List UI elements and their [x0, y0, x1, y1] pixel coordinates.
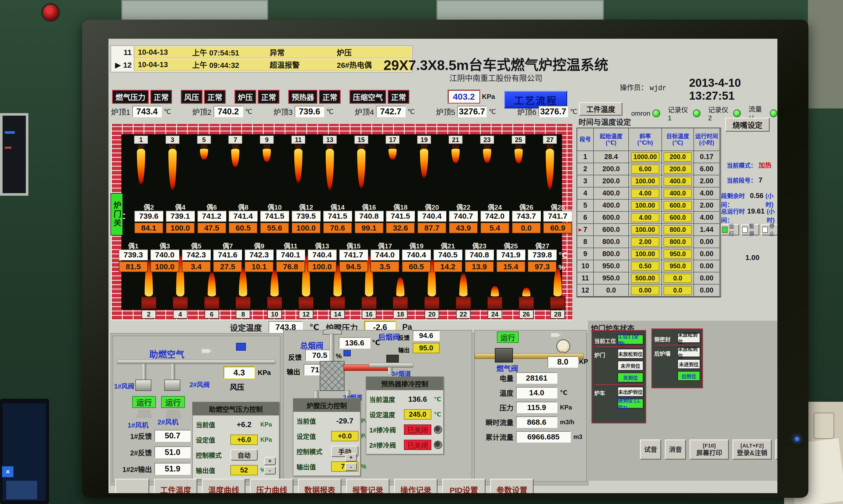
program-table[interactable]: 段号起始温度(℃)斜率(℃/h)目标温度(℃)运行时间(小时)128.41000…: [576, 128, 721, 298]
program-row[interactable]: 5400.0100.00600.02.00: [577, 200, 720, 212]
ramp-value[interactable]: 0.00: [631, 286, 659, 295]
thermocouple-temp: 741.5: [260, 211, 289, 221]
nav-button-partial[interactable]: [115, 479, 149, 493]
status-pill-label: 预热器: [288, 90, 318, 104]
target-temp-value[interactable]: 950.0: [664, 249, 692, 259]
panel-setpoint-value[interactable]: +6.0: [230, 434, 258, 445]
panel-mode-button[interactable]: 自动: [230, 449, 258, 461]
target-temp-value[interactable]: 800.0: [664, 237, 692, 247]
ramp-value[interactable]: 6.00: [631, 164, 659, 174]
ramp-value[interactable]: 4.00: [631, 213, 659, 222]
target-temp-value[interactable]: 0.0: [664, 286, 692, 295]
increment-button[interactable]: +: [345, 453, 357, 462]
target-temp-value[interactable]: 800.0: [664, 225, 692, 234]
page-title: 29X7.3X8.5m台车式燃气炉控温系统: [328, 54, 664, 74]
sys-button[interactable]: [F10]屏幕打印: [689, 439, 729, 460]
ramp-value[interactable]: 2.00: [631, 237, 659, 247]
target-temp-value[interactable]: 600.0: [664, 213, 692, 222]
panel-setpoint-value[interactable]: 245.0: [404, 409, 431, 419]
nav-button[interactable]: 压力曲线: [250, 479, 293, 493]
pause-button[interactable]: 暂停: [741, 224, 759, 235]
nav-button[interactable]: 工件温度: [154, 479, 197, 493]
decrement-button[interactable]: -: [345, 463, 357, 471]
target-temp-value[interactable]: 400.0: [664, 177, 692, 186]
ramp-value[interactable]: 100.00: [631, 201, 659, 210]
burner-number-plate: 25: [512, 135, 526, 144]
total-runtime-label: 总运行时间：: [721, 206, 745, 224]
ramp-value[interactable]: 1000.00: [631, 152, 659, 162]
workpiece-temp-button[interactable]: 工件温度: [579, 102, 623, 116]
program-row[interactable]: 9800.0100.00950.00.00: [577, 248, 720, 260]
stop-button[interactable]: 停止: [761, 224, 777, 235]
ramp-value[interactable]: 0.50: [631, 262, 659, 271]
gas-valve-icon[interactable]: [495, 348, 513, 362]
nav-button[interactable]: 报警记录: [346, 479, 390, 493]
roof-temp-value: 3276.7: [457, 106, 487, 117]
feedback-value: 51.0: [155, 446, 191, 458]
program-row[interactable]: 10950.00.50950.00.00: [577, 260, 720, 272]
ramp-value[interactable]: 100.00: [631, 225, 659, 234]
ramp-cell: 6.00: [629, 163, 662, 175]
nav-button[interactable]: 数据报表: [298, 479, 341, 493]
sys-button[interactable]: [Alt+F4]退出系统: [775, 439, 777, 460]
program-column-header: 目标温度(℃): [662, 128, 694, 151]
burner-body-icon: [393, 296, 408, 309]
target-temp-value[interactable]: 600.0: [664, 201, 692, 210]
target-temp-value[interactable]: 950.0: [664, 262, 692, 271]
roof-temp: 炉顶63276.7℃: [517, 106, 577, 117]
ramp-value[interactable]: 100.00: [631, 177, 659, 186]
sys-button[interactable]: 试音: [640, 439, 661, 460]
thermocouple-label: 偶11: [276, 241, 305, 250]
thermocouple-temp: 741.5: [323, 211, 352, 221]
sys-button[interactable]: [ALT+F2]登录&注销: [733, 439, 772, 460]
thermocouple-label: 偶8: [229, 202, 257, 212]
segment-number-cell: 1: [577, 151, 594, 163]
panel-setpoint-value[interactable]: +0.0: [331, 431, 358, 441]
nav-button[interactable]: 温度曲线: [202, 479, 245, 493]
decrement-button[interactable]: -: [264, 466, 276, 474]
status-pill-state: 正常: [388, 90, 409, 104]
program-row[interactable]: 4400.04.00400.04.00: [577, 187, 720, 200]
program-row[interactable]: 6600.04.00600.04.00: [577, 212, 720, 224]
operator-info: 操作员： wjdr: [620, 82, 666, 92]
program-row[interactable]: 7►600.0100.00800.01.44: [577, 224, 720, 236]
sys-button[interactable]: 消音: [665, 439, 686, 460]
feedback-label: 1#反馈: [113, 431, 152, 441]
program-row[interactable]: 8800.02.00800.00.00: [577, 236, 720, 248]
header-line: 运行时间: [695, 133, 718, 140]
gas-readout-row: 电量28161: [475, 372, 557, 384]
panel-row: 当前值-29.7Pa: [297, 414, 357, 427]
ramp-value[interactable]: 100.00: [631, 249, 659, 259]
program-row[interactable]: 120.00.000.00.00: [577, 285, 720, 297]
program-row[interactable]: 3200.0100.00400.02.00: [577, 175, 720, 187]
air-valve-1-icon[interactable]: [135, 380, 151, 391]
valve-icon: [236, 343, 246, 350]
door-status-label: 后炉墙: [654, 347, 676, 357]
nav-button[interactable]: 参数设置: [490, 479, 534, 493]
program-row[interactable]: 2200.06.00200.06.00: [577, 163, 720, 175]
nav-button[interactable]: PID设置: [442, 479, 486, 493]
increment-button[interactable]: +: [264, 457, 276, 465]
ramp-value[interactable]: 4.00: [631, 189, 659, 198]
burner-number-plate: 11: [291, 135, 306, 144]
target-temp-value[interactable]: 400.0: [664, 189, 692, 198]
program-row[interactable]: 128.41000.00200.00.17: [577, 151, 720, 163]
thermocouple-label: 偶22: [449, 202, 478, 212]
alarm-date: 10-04-13: [134, 48, 189, 56]
program-row[interactable]: 11950.0500.000.00.00: [577, 272, 720, 285]
furnace-interior: 1357911131517192123252724681012141618202…: [121, 134, 562, 310]
target-temp-value[interactable]: 200.0: [664, 164, 692, 174]
rear-damper-icon[interactable]: [387, 355, 399, 362]
run-button[interactable]: 运行: [721, 224, 739, 235]
door-status-group: 炉车未出炉到位进到位 (工位1): [594, 385, 643, 410]
target-temp-value[interactable]: 0.0: [664, 274, 692, 283]
burner-flame-icon: [200, 149, 208, 160]
ramp-value[interactable]: 500.00: [631, 274, 659, 283]
burner-number-plate: 12: [299, 310, 313, 319]
target-temp-value[interactable]: 200.0: [664, 152, 692, 162]
burner-settings-button[interactable]: 烧嘴设定: [725, 118, 770, 132]
nav-button[interactable]: 操作记录: [394, 479, 437, 493]
panel-setpoint-value[interactable]: 52: [230, 465, 258, 475]
checkbox-icon: [762, 227, 768, 233]
air-valve-2-icon[interactable]: [164, 380, 180, 391]
